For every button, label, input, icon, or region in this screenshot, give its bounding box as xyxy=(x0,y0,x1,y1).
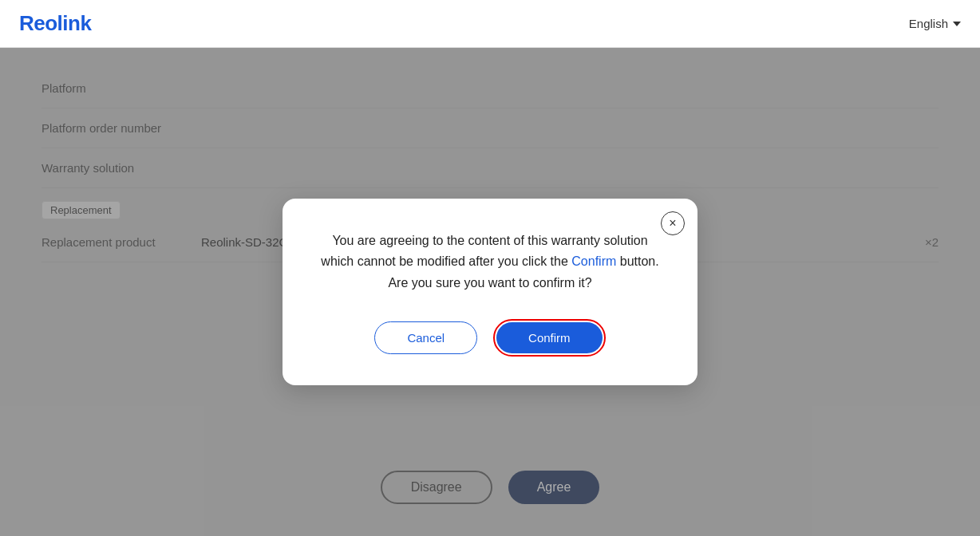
close-icon: × xyxy=(669,216,676,231)
app-header: Reolink English xyxy=(0,0,980,48)
confirm-button[interactable]: Confirm xyxy=(496,322,603,353)
language-selector[interactable]: English xyxy=(909,17,961,30)
modal-confirm-word: Confirm xyxy=(571,254,616,268)
cancel-button[interactable]: Cancel xyxy=(374,321,477,354)
confirm-modal: × You are agreeing to the content of thi… xyxy=(283,199,697,385)
confirm-button-wrapper: Confirm xyxy=(493,319,606,357)
modal-message: You are agreeing to the content of this … xyxy=(314,231,666,294)
chevron-down-icon xyxy=(953,22,961,26)
main-content: Platform Platform order number Warranty … xyxy=(0,48,980,536)
modal-overlay: × You are agreeing to the content of thi… xyxy=(0,48,980,536)
modal-actions: Cancel Confirm xyxy=(314,319,666,357)
logo: Reolink xyxy=(19,11,91,36)
modal-close-button[interactable]: × xyxy=(661,211,685,235)
language-label: English xyxy=(909,17,948,30)
